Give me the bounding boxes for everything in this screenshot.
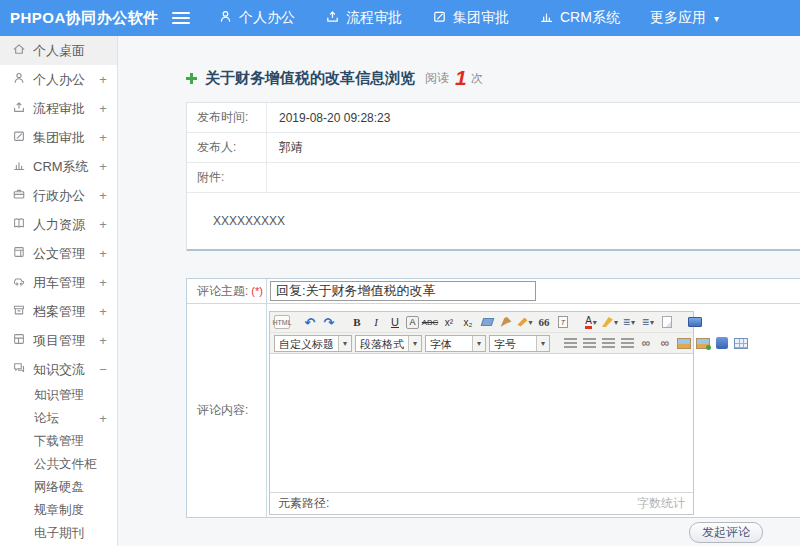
custom-title-select[interactable]: 自定义标题▾ (274, 335, 352, 352)
bold-icon[interactable]: B (349, 314, 365, 331)
read-unit: 次 (471, 70, 483, 87)
sidebar-item-knowledge[interactable]: 知识交流 − (0, 355, 117, 384)
insert-link-icon[interactable]: ∞ (638, 335, 654, 352)
expand-toggle[interactable]: + (97, 159, 109, 174)
sidebar-item-crm[interactable]: CRM系统 + (0, 152, 117, 181)
topnav-label: 更多应用 (650, 9, 706, 27)
word-count-label[interactable]: 字数统计 (637, 495, 685, 512)
align-justify-icon[interactable] (619, 335, 635, 352)
topnav-group-approval[interactable]: 集团审批 (432, 9, 509, 27)
expand-toggle[interactable]: − (97, 362, 109, 377)
unordered-list-icon[interactable]: ≡▾ (640, 314, 656, 331)
topnav-flow-approval[interactable]: 流程审批 (325, 9, 402, 27)
superscript-icon[interactable]: x² (441, 314, 457, 331)
sidebar-item-personal-office[interactable]: 个人办公 + (0, 65, 117, 94)
editor-toolbar-row1: HTML ↶ ↷ B I U A ABC x² x₂ (270, 312, 693, 333)
chevron-down-icon: ▾ (472, 336, 485, 351)
expand-toggle[interactable]: + (97, 188, 109, 203)
expand-toggle[interactable]: + (97, 217, 109, 232)
comment-content-row: 评论内容: HTML ↶ ↷ B I U A (187, 304, 800, 517)
topbar: PHPOA协同办公软件 个人办公 流程审批 集团审批 CRM系统 更多应用 ▾ (0, 0, 800, 36)
multi-image-icon[interactable] (695, 335, 711, 352)
sidebar-item-official-docs[interactable]: 公文管理 + (0, 239, 117, 268)
sidebar-subitem-forum[interactable]: 论坛 + (0, 407, 117, 430)
edit-approval-icon (432, 9, 447, 27)
submit-comment-button[interactable]: 发起评论 (689, 522, 763, 543)
redo-icon[interactable]: ↷ (321, 314, 337, 331)
topnav-more-apps[interactable]: 更多应用 ▾ (650, 9, 719, 27)
topnav-label: 个人办公 (239, 9, 295, 27)
sidebar-item-group-approval[interactable]: 集团审批 + (0, 123, 117, 152)
car-icon (12, 274, 33, 291)
insert-table-icon[interactable] (733, 335, 749, 352)
blockquote-icon[interactable]: 66 (536, 314, 552, 331)
expand-toggle[interactable]: + (97, 72, 109, 87)
italic-icon[interactable]: I (368, 314, 384, 331)
remove-link-icon[interactable]: ∞ (657, 335, 673, 352)
font-size-select[interactable]: 字号▾ (489, 335, 550, 352)
required-mark: (*) (251, 285, 263, 297)
sidebar-subitem-label: 网络硬盘 (34, 479, 97, 496)
expand-toggle[interactable]: + (97, 275, 109, 290)
font-border-icon[interactable]: A (406, 316, 419, 329)
sidebar-item-label: 用车管理 (33, 274, 97, 292)
book-icon (12, 216, 33, 233)
bar-chart-icon (12, 158, 33, 175)
sidebar-subitem-regulations[interactable]: 规章制度 (0, 499, 117, 522)
sidebar-item-personal-desktop[interactable]: 个人桌面 (0, 36, 117, 65)
remove-format-icon[interactable] (479, 314, 495, 331)
strikethrough-icon[interactable]: ABC (422, 314, 438, 331)
caret-down-icon: ▾ (714, 13, 719, 24)
align-center-icon[interactable] (581, 335, 597, 352)
sidebar-subitem-e-journal[interactable]: 电子期刊 (0, 522, 117, 545)
ordered-list-icon[interactable]: ≡▾ (621, 314, 637, 331)
sidebar-item-flow-approval[interactable]: 流程审批 + (0, 94, 117, 123)
topnav-personal-office[interactable]: 个人办公 (218, 9, 295, 27)
font-color-icon[interactable]: A▾ (583, 314, 599, 331)
align-left-icon[interactable] (562, 335, 578, 352)
article-header: 关于财务增值税的改革信息浏览 阅读 1 次 (186, 66, 483, 90)
undo-icon[interactable]: ↶ (302, 314, 318, 331)
underline-icon[interactable]: U (387, 314, 403, 331)
comment-subject-row: 评论主题: (*) (187, 279, 800, 304)
sidebar-item-projects[interactable]: 项目管理 + (0, 326, 117, 355)
sidebar-item-hr[interactable]: 人力资源 + (0, 210, 117, 239)
expand-toggle[interactable]: + (97, 130, 109, 145)
comment-subject-input[interactable] (270, 281, 536, 301)
highlight-color-icon[interactable]: ▾ (602, 314, 618, 331)
expand-toggle[interactable]: + (97, 333, 109, 348)
archive-icon (12, 303, 33, 320)
sidebar-subitem-downloads[interactable]: 下载管理 (0, 430, 117, 453)
sidebar-item-archives[interactable]: 档案管理 + (0, 297, 117, 326)
new-page-icon[interactable] (659, 314, 675, 331)
sidebar-item-label: 个人办公 (33, 71, 97, 89)
topnav-crm[interactable]: CRM系统 (539, 9, 620, 27)
html-source-icon[interactable]: HTML (274, 315, 290, 329)
font-family-select[interactable]: 字体▾ (425, 335, 486, 352)
paragraph-format-select[interactable]: 段落格式▾ (355, 335, 422, 352)
sidebar-item-admin-office[interactable]: 行政办公 + (0, 181, 117, 210)
expand-toggle[interactable]: + (97, 246, 109, 261)
subscript-icon[interactable]: x₂ (460, 314, 476, 331)
expand-toggle[interactable]: + (97, 304, 109, 319)
sidebar-subitem-public-cabinet[interactable]: 公共文件柜 (0, 453, 117, 476)
editor-content-area[interactable] (270, 354, 693, 492)
sidebar-subitem-knowledge-mgmt[interactable]: 知识管理 (0, 384, 117, 407)
sidebar-subitem-network-disk[interactable]: 网络硬盘 (0, 476, 117, 499)
read-count: 1 (455, 66, 467, 90)
table-row: 附件: (187, 163, 800, 193)
briefcase-icon (12, 187, 33, 204)
expand-toggle[interactable]: + (97, 411, 109, 426)
insert-image-icon[interactable] (676, 335, 692, 352)
align-right-icon[interactable] (600, 335, 616, 352)
clean-html-icon[interactable] (498, 314, 514, 331)
sidebar-item-vehicle[interactable]: 用车管理 + (0, 268, 117, 297)
editor-toolbar-row2: 自定义标题▾ 段落格式▾ 字体▾ 字号▾ ∞ ∞ (270, 333, 693, 354)
insert-media-icon[interactable] (714, 335, 730, 352)
expand-toggle[interactable]: + (97, 101, 109, 116)
paint-format-icon[interactable]: ▾ (517, 314, 533, 331)
sidebar-item-label: 行政办公 (33, 187, 97, 205)
hamburger-menu-icon[interactable] (172, 12, 190, 25)
paste-text-icon[interactable]: T (555, 314, 571, 331)
fullscreen-icon[interactable] (687, 314, 703, 331)
